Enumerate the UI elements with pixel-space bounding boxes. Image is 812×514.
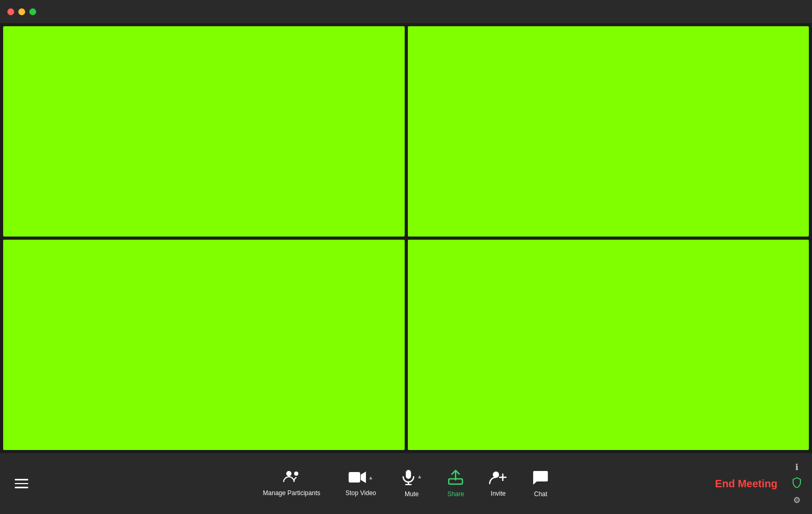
close-button[interactable] [7,8,14,15]
invite-icon [489,470,507,487]
toolbar-right: End Meeting ℹ ⚙ [707,462,802,505]
shield-icon[interactable] [792,477,802,490]
minimize-button[interactable] [18,8,25,15]
video-tile-3 [3,240,405,450]
svg-point-0 [286,471,291,476]
share-button[interactable]: Share [435,465,477,502]
mute-label: Mute [405,490,419,498]
chat-label: Chat [534,490,547,498]
manage-participants-icon [283,469,300,486]
stop-video-button[interactable]: ▲ Stop Video [333,466,389,501]
mute-icon [401,469,416,487]
toolbar: Manage Participants ▲ Stop Video [0,453,812,514]
title-bar [0,0,812,23]
end-meeting-button[interactable]: End Meeting [707,474,786,494]
invite-button[interactable]: Invite [477,466,519,501]
svg-point-1 [294,472,298,476]
share-label: Share [447,490,464,498]
video-grid [0,23,812,453]
stop-video-icon-group: ▲ [348,470,373,486]
mute-button[interactable]: ▲ Mute [388,465,435,502]
share-icon [448,469,463,487]
settings-icon[interactable]: ⚙ [793,495,800,505]
svg-rect-3 [406,470,411,479]
invite-label: Invite [491,490,506,497]
video-tile-1 [3,26,405,237]
mute-caret: ▲ [417,469,422,484]
manage-participants-button[interactable]: Manage Participants [251,465,333,502]
hamburger-line-3 [15,487,28,488]
mute-icon-group: ▲ [401,469,422,487]
video-tile-4 [408,240,809,450]
svg-rect-2 [349,472,360,483]
stop-video-caret: ▲ [368,470,373,485]
stop-video-icon [348,470,367,486]
toolbar-center: Manage Participants ▲ Stop Video [251,465,562,502]
hamburger-button[interactable] [10,475,33,492]
hamburger-line-2 [15,483,28,485]
maximize-button[interactable] [29,8,36,15]
hamburger-line-1 [15,479,28,480]
chat-button[interactable]: Chat [519,465,561,502]
video-tile-2 [408,26,809,237]
right-icons: ℹ ⚙ [792,462,802,505]
chat-icon [533,469,548,487]
info-icon[interactable]: ℹ [795,462,798,472]
manage-participants-label: Manage Participants [263,489,320,498]
stop-video-label: Stop Video [345,489,376,497]
